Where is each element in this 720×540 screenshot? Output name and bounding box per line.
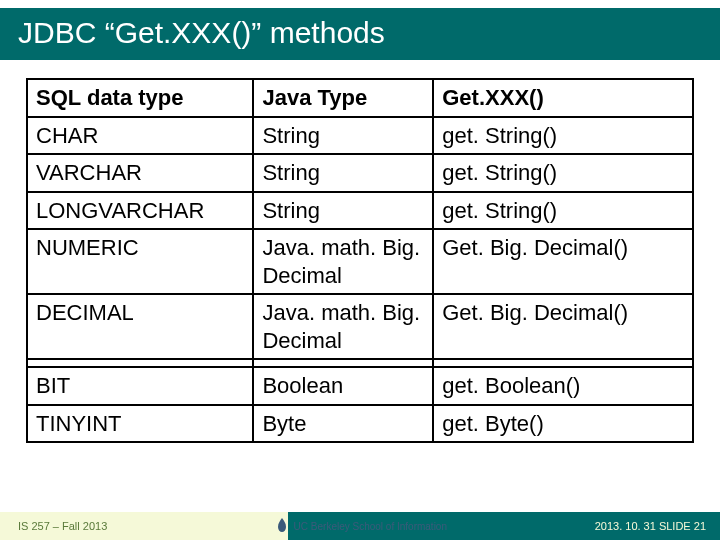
cell: VARCHAR — [27, 154, 253, 192]
cell: NUMERIC — [27, 229, 253, 294]
table-row: BIT Boolean get. Boolean() — [27, 367, 693, 405]
table-row: DECIMAL Java. math. Big. Decimal Get. Bi… — [27, 294, 693, 359]
cell: Java. math. Big. Decimal — [253, 229, 433, 294]
header-get: Get.XXX() — [433, 79, 693, 117]
cell: get. Byte() — [433, 405, 693, 443]
cell: BIT — [27, 367, 253, 405]
cell: get. Boolean() — [433, 367, 693, 405]
footer-course: IS 257 – Fall 2013 — [0, 520, 288, 532]
jdbc-table: SQL data type Java Type Get.XXX() CHAR S… — [26, 78, 694, 443]
table-header-row: SQL data type Java Type Get.XXX() — [27, 79, 693, 117]
table-row: CHAR String get. String() — [27, 117, 693, 155]
cell: Get. Big. Decimal() — [433, 229, 693, 294]
slide-title: JDBC “Get.XXX()” methods — [0, 8, 720, 60]
footer-logo-text: UC Berkeley School of Information — [294, 521, 447, 532]
cell: get. String() — [433, 154, 693, 192]
slide-content: SQL data type Java Type Get.XXX() CHAR S… — [0, 60, 720, 443]
table-row: NUMERIC Java. math. Big. Decimal Get. Bi… — [27, 229, 693, 294]
cell: DECIMAL — [27, 294, 253, 359]
cell: String — [253, 117, 433, 155]
cell: LONGVARCHAR — [27, 192, 253, 230]
header-sql: SQL data type — [27, 79, 253, 117]
table-row: VARCHAR String get. String() — [27, 154, 693, 192]
berkeley-icon — [274, 516, 290, 536]
cell: String — [253, 154, 433, 192]
cell: Get. Big. Decimal() — [433, 294, 693, 359]
cell: CHAR — [27, 117, 253, 155]
cell: Java. math. Big. Decimal — [253, 294, 433, 359]
cell: TINYINT — [27, 405, 253, 443]
header-java: Java Type — [253, 79, 433, 117]
footer-logo: UC Berkeley School of Information — [274, 516, 447, 536]
table-row: LONGVARCHAR String get. String() — [27, 192, 693, 230]
cell: Byte — [253, 405, 433, 443]
cell: Boolean — [253, 367, 433, 405]
table-row: TINYINT Byte get. Byte() — [27, 405, 693, 443]
cell: get. String() — [433, 117, 693, 155]
table-gap — [27, 359, 693, 367]
cell: String — [253, 192, 433, 230]
cell: get. String() — [433, 192, 693, 230]
